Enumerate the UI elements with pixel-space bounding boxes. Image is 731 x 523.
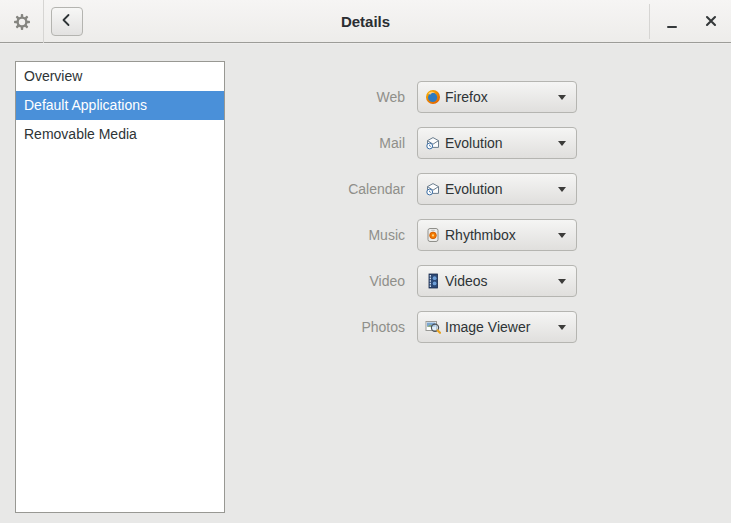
minimize-button[interactable]	[657, 7, 687, 37]
row-photos: Photos Image Viewer	[225, 311, 731, 343]
dropdown-arrow-icon	[558, 233, 566, 238]
dropdown-arrow-icon	[558, 141, 566, 146]
header-separator-left	[43, 0, 44, 43]
minimize-icon	[667, 26, 677, 29]
calendar-label: Calendar	[225, 181, 417, 197]
video-dropdown-value: Videos	[445, 273, 552, 289]
evolution-calendar-icon	[425, 181, 441, 197]
music-dropdown[interactable]: Rhythmbox	[417, 219, 577, 251]
calendar-dropdown[interactable]: Evolution	[417, 173, 577, 205]
header-bar: Details	[0, 0, 731, 44]
back-button[interactable]	[51, 7, 83, 36]
row-web: Web Firefox	[225, 81, 731, 113]
mail-dropdown[interactable]: Evolution	[417, 127, 577, 159]
dropdown-arrow-icon	[558, 325, 566, 330]
main-area: Overview Default Applications Removable …	[0, 44, 731, 523]
web-dropdown[interactable]: Firefox	[417, 81, 577, 113]
sidebar-item-removable-media[interactable]: Removable Media	[16, 120, 224, 149]
details-window: Details Overview Default Applications Re…	[0, 0, 731, 523]
page-title: Details	[0, 0, 731, 43]
video-label: Video	[225, 273, 417, 289]
close-button[interactable]	[696, 7, 726, 37]
firefox-icon	[425, 89, 441, 105]
photos-dropdown[interactable]: Image Viewer	[417, 311, 577, 343]
videos-icon	[425, 273, 441, 289]
web-label: Web	[225, 89, 417, 105]
music-dropdown-value: Rhythmbox	[445, 227, 552, 243]
music-label: Music	[225, 227, 417, 243]
video-dropdown[interactable]: Videos	[417, 265, 577, 297]
sidebar: Overview Default Applications Removable …	[15, 61, 225, 513]
sidebar-item-default-applications[interactable]: Default Applications	[16, 91, 224, 120]
chevron-left-icon	[59, 12, 75, 31]
photos-dropdown-value: Image Viewer	[445, 319, 552, 335]
image-viewer-icon	[425, 319, 441, 335]
dropdown-arrow-icon	[558, 279, 566, 284]
web-dropdown-value: Firefox	[445, 89, 552, 105]
sidebar-item-overview[interactable]: Overview	[16, 62, 224, 91]
mail-label: Mail	[225, 135, 417, 151]
photos-label: Photos	[225, 319, 417, 335]
row-video: Video Videos	[225, 265, 731, 297]
dropdown-arrow-icon	[558, 95, 566, 100]
row-calendar: Calendar Evolution	[225, 173, 731, 205]
evolution-mail-icon	[425, 135, 441, 151]
header-separator-right	[649, 4, 650, 39]
default-applications-panel: Web Firefox	[225, 44, 731, 357]
row-mail: Mail Evolution	[225, 127, 731, 159]
mail-dropdown-value: Evolution	[445, 135, 552, 151]
gear-icon	[0, 0, 43, 43]
dropdown-arrow-icon	[558, 187, 566, 192]
row-music: Music Rhythmbox	[225, 219, 731, 251]
calendar-dropdown-value: Evolution	[445, 181, 552, 197]
rhythmbox-icon	[425, 227, 441, 243]
close-icon	[705, 15, 717, 30]
